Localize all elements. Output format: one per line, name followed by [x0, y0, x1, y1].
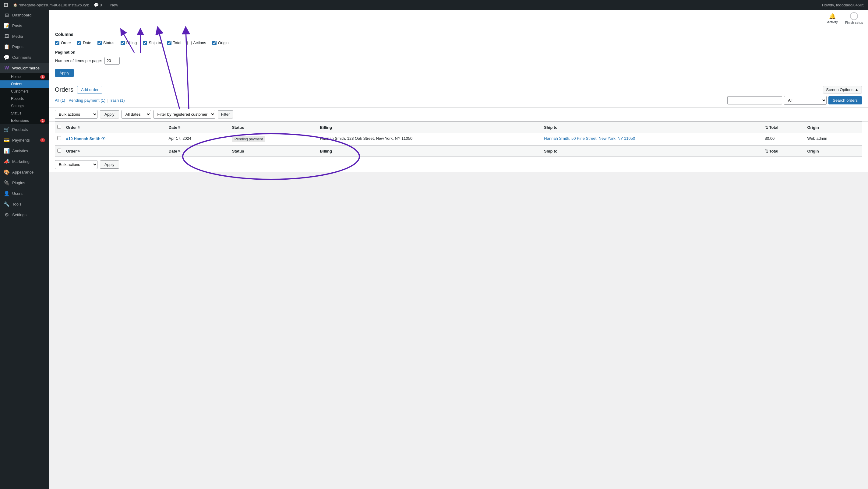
woo-icon: W: [4, 65, 10, 71]
new-link[interactable]: + New: [107, 3, 118, 7]
ship-link-1[interactable]: Hannah Smith, 50 Pine Street, New York, …: [544, 136, 635, 141]
sidebar-item-home[interactable]: Home 6: [0, 73, 49, 80]
order-link-1[interactable]: #10 Hannah Smith: [66, 136, 100, 141]
col-shipto-input[interactable]: [143, 41, 147, 45]
sidebar-item-posts[interactable]: 📝 Posts: [0, 21, 49, 31]
sidebar-item-plugins[interactable]: 🔌 Plugins: [0, 177, 49, 188]
filter-all[interactable]: All (1): [55, 98, 65, 103]
col-header-total: ⇅ Total: [762, 122, 805, 133]
pages-icon: 📋: [4, 44, 10, 50]
chevron-up-icon: ▲: [855, 87, 859, 92]
sidebar-item-woocommerce[interactable]: W WooCommerce: [0, 63, 49, 73]
sidebar-item-marketing[interactable]: 📣 Marketing: [0, 156, 49, 167]
dates-filter-select[interactable]: All dates April 2024: [122, 110, 151, 119]
activity-label: Activity: [827, 20, 838, 24]
sidebar-item-products[interactable]: 🛒 Products: [0, 124, 49, 135]
col-status-input[interactable]: [97, 41, 102, 45]
sidebar-item-tools[interactable]: 🔧 Tools: [0, 199, 49, 209]
date-sort-link-b[interactable]: Date ⇅: [169, 149, 180, 154]
media-icon: 🖼: [4, 33, 10, 39]
order-date-1: Apr 17, 2024: [166, 133, 230, 145]
screen-options-apply-button[interactable]: Apply: [55, 69, 74, 77]
origin-1: Web admin: [805, 133, 862, 145]
sidebar-item-users[interactable]: 👤 Users: [0, 188, 49, 199]
col-date-input[interactable]: [77, 41, 81, 45]
table-row-footer: Order ⇅ Date ⇅ Status Billing Ship to ⇅ …: [55, 145, 862, 157]
users-icon: 👤: [4, 191, 10, 196]
comments-link[interactable]: 💬 0: [94, 3, 102, 7]
col-total-input[interactable]: [167, 41, 172, 45]
sidebar: ⊞ Dashboard 📝 Posts 🖼 Media 📋 Pages 💬 Co…: [0, 10, 49, 489]
finish-setup-button[interactable]: Finish setup: [845, 12, 863, 24]
columns-title: Columns: [55, 32, 862, 37]
select-all-checkbox-bottom[interactable]: [57, 149, 61, 153]
sidebar-item-settings-main[interactable]: ⚙ Settings: [0, 209, 49, 220]
sidebar-item-dashboard[interactable]: ⊞ Dashboard: [0, 10, 49, 21]
total-sort-link[interactable]: ⇅ Total: [765, 125, 778, 130]
site-name[interactable]: 🏠 renegade-opossum-a0e108.instawp.xyz: [13, 3, 89, 7]
add-order-button[interactable]: Add order: [77, 86, 102, 94]
col-date-checkbox[interactable]: Date: [77, 40, 91, 45]
sidebar-item-orders[interactable]: Orders: [0, 80, 49, 88]
search-orders-input[interactable]: [727, 96, 782, 104]
sidebar-item-extensions[interactable]: Extensions 1: [0, 117, 49, 124]
col-actions-checkbox[interactable]: Actions: [187, 40, 206, 45]
col-total-checkbox[interactable]: Total: [167, 40, 181, 45]
bulk-apply-button-top[interactable]: Apply: [100, 110, 119, 119]
col-billing-input[interactable]: [121, 41, 125, 45]
row-checkbox-1[interactable]: [57, 136, 61, 140]
dashboard-icon: ⊞: [4, 12, 10, 18]
select-all-checkbox[interactable]: [57, 125, 61, 129]
sidebar-label-dashboard: Dashboard: [12, 13, 45, 18]
col-header-billing: Billing: [317, 122, 541, 133]
bulk-actions-select-top[interactable]: Bulk actions Mark processing Mark on-hol…: [55, 110, 97, 119]
col-origin-input[interactable]: [212, 41, 217, 45]
total-1: $0.00: [762, 133, 805, 145]
pagination-row: Number of items per page:: [55, 57, 862, 65]
filter-button[interactable]: Filter: [218, 110, 233, 119]
col-header-date: Date ⇅: [166, 122, 230, 133]
search-orders-button[interactable]: Search orders: [828, 96, 862, 104]
order-sort-link[interactable]: Order ⇅: [66, 125, 80, 130]
col-order-checkbox[interactable]: Order: [55, 40, 71, 45]
col-order-input[interactable]: [55, 41, 59, 45]
col-billing-checkbox[interactable]: Billing: [121, 40, 137, 45]
finish-setup-label: Finish setup: [845, 21, 863, 24]
marketing-icon: 📣: [4, 159, 10, 164]
filter-trash[interactable]: Trash (1): [109, 98, 125, 103]
customer-filter-select[interactable]: Filter by registered customer: [154, 110, 215, 119]
col-origin-checkbox[interactable]: Origin: [212, 40, 229, 45]
bulk-actions-select-bottom[interactable]: Bulk actions Mark processing Mark on-hol…: [55, 160, 97, 169]
sidebar-item-appearance[interactable]: 🎨 Appearance: [0, 167, 49, 177]
col-status-checkbox[interactable]: Status: [97, 40, 115, 45]
status-select[interactable]: All Pending payment Processing On hold C…: [784, 96, 827, 105]
sidebar-item-status[interactable]: Status: [0, 109, 49, 117]
col-footer-origin: Origin: [805, 145, 862, 157]
sidebar-item-payments[interactable]: 💳 Payments 1: [0, 135, 49, 145]
orders-page-header: Orders Add order Screen Options ▲: [49, 82, 868, 94]
order-sort-link-b[interactable]: Order ⇅: [66, 149, 80, 154]
col-actions-input[interactable]: [187, 41, 192, 45]
orders-table-section: Order ⇅ Date ⇅ Status Billing Ship to ⇅ …: [49, 122, 868, 157]
col-shipto-checkbox[interactable]: Ship to: [143, 40, 161, 45]
wp-logo-icon[interactable]: ⊞: [4, 2, 8, 8]
plugins-icon: 🔌: [4, 180, 10, 186]
date-sort-link[interactable]: Date ⇅: [169, 125, 180, 130]
col-footer-billing: Billing: [317, 145, 541, 157]
items-per-page-input[interactable]: [104, 57, 120, 65]
bulk-actions-bottom: Bulk actions Mark processing Mark on-hol…: [49, 157, 868, 172]
screen-options-toggle-button[interactable]: Screen Options ▲: [823, 86, 862, 94]
sidebar-item-comments[interactable]: 💬 Comments: [0, 52, 49, 63]
eye-icon-1[interactable]: 👁: [101, 136, 106, 141]
sidebar-item-settings[interactable]: Settings: [0, 102, 49, 109]
sidebar-item-reports[interactable]: Reports: [0, 95, 49, 102]
activity-button[interactable]: 🔔 Activity: [827, 13, 838, 24]
screen-options-panel: Columns Order Date Status Billing: [49, 27, 868, 82]
bulk-apply-button-bottom[interactable]: Apply: [100, 160, 119, 169]
sidebar-item-analytics[interactable]: 📊 Analytics: [0, 145, 49, 156]
bell-icon: 🔔: [829, 13, 836, 20]
sidebar-item-media[interactable]: 🖼 Media: [0, 31, 49, 41]
sidebar-item-pages[interactable]: 📋 Pages: [0, 41, 49, 52]
sidebar-item-customers[interactable]: Customers: [0, 88, 49, 95]
filter-pending[interactable]: Pending payment (1): [68, 98, 105, 103]
